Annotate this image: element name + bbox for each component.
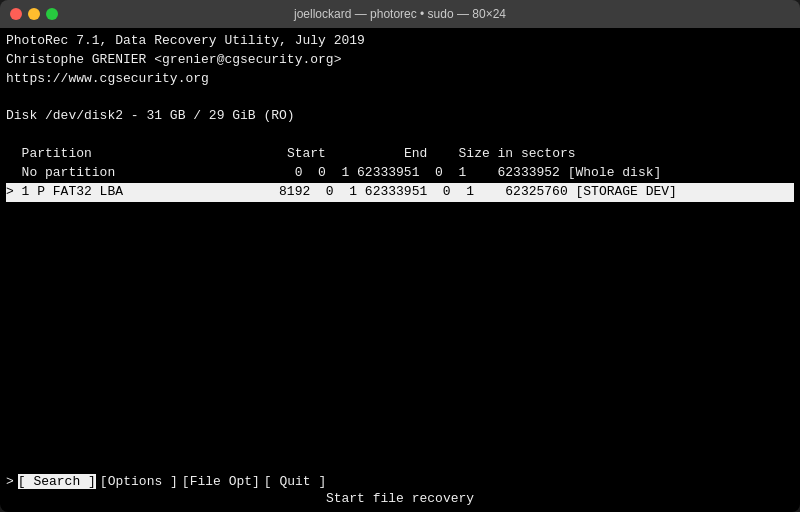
menu-buttons: > [ Search ] [Options ] [File Opt] [ Qui… [6, 474, 794, 489]
partition-row-1[interactable]: > 1 P FAT32 LBA 8192 0 1 62333951 0 1 62… [6, 183, 794, 202]
header-line-1: PhotoRec 7.1, Data Recovery Utility, Jul… [6, 32, 794, 51]
bottom-hint: Start file recovery [6, 491, 794, 508]
search-button[interactable]: [ Search ] [18, 474, 96, 489]
terminal-content: PhotoRec 7.1, Data Recovery Utility, Jul… [0, 28, 800, 470]
table-header: Partition Start End Size in sectors [6, 145, 794, 164]
spacer-1 [6, 89, 794, 108]
window-title: joellockard — photorec • sudo — 80×24 [294, 7, 506, 21]
terminal-window: joellockard — photorec • sudo — 80×24 Ph… [0, 0, 800, 512]
close-button[interactable] [10, 8, 22, 20]
bottom-bar: > [ Search ] [Options ] [File Opt] [ Qui… [0, 470, 800, 512]
header-line-3: https://www.cgsecurity.org [6, 70, 794, 89]
partition-row-0[interactable]: No partition 0 0 1 62333951 0 1 62333952… [6, 164, 794, 183]
options-button[interactable]: [Options ] [100, 474, 178, 489]
spacer-2 [6, 126, 794, 145]
quit-button[interactable]: [ Quit ] [264, 474, 326, 489]
maximize-button[interactable] [46, 8, 58, 20]
disk-info: Disk /dev/disk2 - 31 GB / 29 GiB (RO) [6, 107, 794, 126]
header-line-2: Christophe GRENIER <grenier@cgsecurity.o… [6, 51, 794, 70]
traffic-lights [10, 8, 58, 20]
title-bar: joellockard — photorec • sudo — 80×24 [0, 0, 800, 28]
fileopt-button[interactable]: [File Opt] [182, 474, 260, 489]
prompt-char: > [6, 474, 14, 489]
minimize-button[interactable] [28, 8, 40, 20]
